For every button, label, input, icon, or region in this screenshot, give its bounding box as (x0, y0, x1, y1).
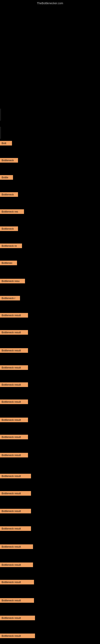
bottleneck-result-item[interactable]: Bottleneck result (0, 400, 28, 404)
vertical-line (0, 127, 1, 139)
bottleneck-result-item[interactable]: Bottleneck result (0, 509, 31, 514)
bottleneck-result-item[interactable]: Bottleneck result (0, 544, 33, 549)
bottleneck-result-item[interactable]: Bottleneck re (0, 244, 22, 248)
bottleneck-result-item[interactable]: Bottleneck result (0, 526, 31, 531)
bottleneck-result-item[interactable]: Bottleneck result (0, 330, 28, 335)
bottleneck-result-item[interactable]: Bottleneck result (0, 348, 28, 353)
bottleneck-result-item[interactable]: Bottleneck result (0, 474, 31, 478)
bottleneck-result-item[interactable]: Bottleneck res (0, 209, 24, 214)
bottleneck-result-item[interactable]: Bottleneck result (0, 562, 33, 567)
bottleneck-result-item[interactable]: Bottleneck r (0, 296, 20, 300)
bottleneck-result-item[interactable]: Bottleneck (0, 158, 18, 162)
bottleneck-result-item[interactable]: Bottleneck result (0, 580, 34, 584)
main-content: TheBottlenecker.com BottBottleneckBottle… (0, 0, 100, 644)
bottleneck-result-item[interactable]: Bottleneck (0, 192, 18, 197)
bottleneck-result-item[interactable]: Bottleneck result (0, 313, 28, 318)
bottleneck-result-item[interactable]: Bottleneck result (0, 435, 28, 439)
bottleneck-result-item[interactable]: Bottleneck result (0, 453, 28, 458)
bottleneck-result-item[interactable]: Bottleneck result (0, 634, 35, 638)
bottleneck-result-item[interactable]: Bottleneck (0, 226, 18, 231)
bottleneck-result-item[interactable]: Bottleneck result (0, 598, 34, 603)
bottleneck-result-item[interactable]: Bottleneck result (0, 418, 28, 422)
bottleneck-result-item[interactable]: Bottleneck result (0, 365, 28, 370)
site-title: TheBottlenecker.com (0, 0, 100, 6)
bottleneck-result-item[interactable]: Bott (0, 141, 12, 146)
bottleneck-result-item[interactable]: Bottleneck result (0, 491, 31, 496)
bottleneck-result-item[interactable]: Bottleneck result (0, 616, 35, 620)
vertical-line (0, 109, 1, 121)
bottleneck-result-item[interactable]: Bottleneck resu (0, 279, 25, 283)
bottleneck-result-item[interactable]: Bottlenec (0, 260, 17, 265)
bottleneck-result-item[interactable]: Bottleneck result (0, 382, 28, 387)
bottleneck-result-item[interactable]: Bottle (0, 175, 13, 180)
